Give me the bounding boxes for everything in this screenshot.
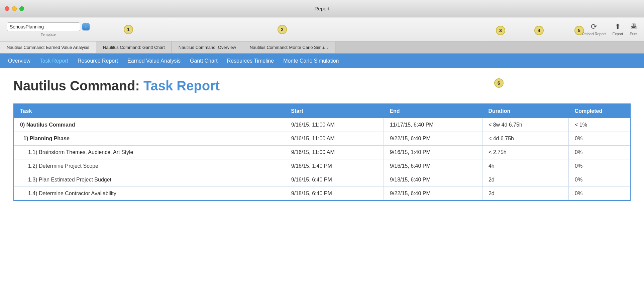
toolbar: SeriousPlanning ↕ Template 1 2 3 4 5 ⟳ R… (0, 17, 644, 42)
os-tab-3[interactable]: Nautilus Command: Monte Carlo Simu… (243, 42, 335, 53)
report-nav-resources-timeline[interactable]: Resources Timeline (227, 57, 274, 65)
report-nav-task-report[interactable]: Task Report (40, 57, 68, 65)
cell-start: 9/16/15, 11:00 AM (285, 132, 384, 146)
reload-icon: ⟳ (591, 23, 597, 30)
cell-task: 1) Planning Phase (14, 132, 285, 146)
template-select-wrapper: SeriousPlanning ↕ (7, 22, 90, 31)
os-tab-2[interactable]: Nautilus Command: Overview (172, 42, 243, 53)
report-title: Nautilus Command: Task Report (13, 78, 631, 93)
cell-task: 1.4) Determine Contractor Availability (14, 187, 285, 201)
col-header-completed: Completed (569, 104, 630, 118)
titlebar: Report (0, 0, 644, 17)
cell-completed: 0% (569, 187, 630, 201)
cell-duration: < 4d 6.75h (482, 132, 568, 146)
cell-duration: 2d (482, 173, 568, 187)
os-tab-1[interactable]: Nautilus Command: Gantt Chart (96, 42, 172, 53)
print-label: Print (630, 32, 637, 36)
cell-end: 9/22/15, 6:40 PM (384, 187, 482, 201)
minimize-button[interactable] (12, 6, 17, 11)
select-arrow-icon[interactable]: ↕ (82, 23, 90, 30)
maximize-button[interactable] (19, 6, 24, 11)
template-select[interactable]: SeriousPlanning (7, 22, 80, 31)
cell-task: 1.1) Brainstorm Themes, Audience, Art St… (14, 146, 285, 159)
cell-end: 11/17/15, 6:40 PM (384, 118, 482, 132)
cell-completed: < 1% (569, 118, 630, 132)
report-nav-gantt-chart[interactable]: Gantt Chart (190, 57, 218, 65)
col-header-duration: Duration (482, 104, 568, 118)
col-header-task: Task (14, 104, 285, 118)
print-button[interactable]: 🖶 Print (630, 23, 637, 36)
table-row: 1.4) Determine Contractor Availability9/… (14, 187, 630, 201)
cell-completed: 0% (569, 173, 630, 187)
cell-duration: 4h (482, 159, 568, 173)
template-label: Template (41, 32, 56, 36)
cell-duration: < 2.75h (482, 146, 568, 159)
cell-completed: 0% (569, 159, 630, 173)
close-button[interactable] (5, 6, 9, 11)
table-row: 0) Nautilus Command9/16/15, 11:00 AM11/1… (14, 118, 630, 132)
report-nav-earned-value[interactable]: Earned Value Analysis (127, 57, 181, 65)
badge-2: 2 (278, 25, 287, 34)
export-icon: ⬆ (615, 23, 621, 30)
table-row: 1.2) Determine Project Scope9/16/15, 1:4… (14, 159, 630, 173)
report-nav-overview[interactable]: Overview (8, 57, 30, 65)
badge-5: 5 (574, 26, 584, 35)
report-nav-monte-carlo[interactable]: Monte Carlo Simulation (283, 57, 339, 65)
toolbar-actions: 3 4 5 ⟳ Reload Report ⬆ Export 🖶 Print (582, 23, 637, 36)
export-button[interactable]: ⬆ Export (613, 23, 623, 36)
col-header-end: End (384, 104, 482, 118)
report-nav-resource-report[interactable]: Resource Report (78, 57, 118, 65)
reload-report-button[interactable]: ⟳ Reload Report (582, 23, 606, 36)
template-section: SeriousPlanning ↕ Template (7, 22, 90, 36)
cell-completed: 0% (569, 132, 630, 146)
window-title: Report (314, 6, 329, 11)
report-title-blue: Task Report (143, 78, 220, 93)
table-row: 1) Planning Phase9/16/15, 11:00 AM9/22/1… (14, 132, 630, 146)
cell-task: 1.3) Plan Estimated Project Budget (14, 173, 285, 187)
badge-3: 3 (496, 26, 505, 35)
table-header-row: Task Start End Duration Completed (14, 104, 630, 118)
report-table: Task Start End Duration Completed 0) Nau… (13, 103, 631, 201)
badge-4: 4 (534, 26, 544, 35)
cell-duration: 2d (482, 187, 568, 201)
os-tab-0[interactable]: Nautilus Command: Earned Value Analysis (0, 42, 96, 53)
badge-6: 6 (494, 78, 504, 88)
cell-start: 9/16/15, 6:40 PM (285, 173, 384, 187)
cell-end: 9/16/15, 6:40 PM (384, 159, 482, 173)
reload-label: Reload Report (582, 32, 606, 36)
report-nav: Overview Task Report Resource Report Ear… (0, 54, 644, 68)
cell-start: 9/16/15, 1:40 PM (285, 159, 384, 173)
main-content: Overview Task Report Resource Report Ear… (0, 54, 644, 298)
cell-start: 9/16/15, 11:00 AM (285, 146, 384, 159)
col-header-start: Start (285, 104, 384, 118)
cell-completed: 0% (569, 146, 630, 159)
report-area: 6 Nautilus Command: Task Report Task Sta… (0, 68, 644, 298)
cell-start: 9/18/15, 6:40 PM (285, 187, 384, 201)
cell-task: 1.2) Determine Project Scope (14, 159, 285, 173)
cell-end: 9/22/15, 6:40 PM (384, 132, 482, 146)
badge-1: 1 (124, 25, 133, 34)
report-title-black: Nautilus Command: (13, 78, 140, 93)
cell-task: 0) Nautilus Command (14, 118, 285, 132)
print-icon: 🖶 (630, 23, 637, 30)
os-tab-strip: Nautilus Command: Earned Value Analysis … (0, 42, 644, 54)
cell-start: 9/16/15, 11:00 AM (285, 118, 384, 132)
table-row: 1.1) Brainstorm Themes, Audience, Art St… (14, 146, 630, 159)
table-row: 1.3) Plan Estimated Project Budget9/16/1… (14, 173, 630, 187)
export-label: Export (613, 32, 623, 36)
cell-end: 9/18/15, 6:40 PM (384, 173, 482, 187)
cell-duration: < 8w 4d 6.75h (482, 118, 568, 132)
window-controls (5, 6, 24, 11)
cell-end: 9/16/15, 1:40 PM (384, 146, 482, 159)
